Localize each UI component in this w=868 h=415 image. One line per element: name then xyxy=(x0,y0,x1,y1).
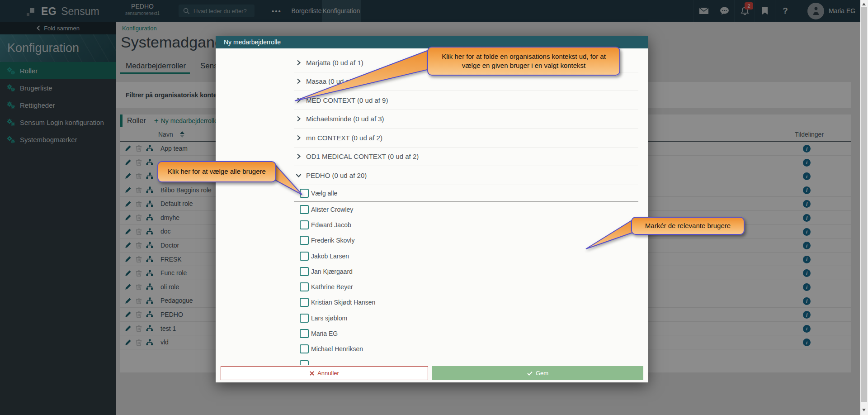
user-name-label: Maria EG xyxy=(311,330,338,337)
user-row: Frederik Skovly xyxy=(294,233,638,248)
user-name-label: Frederik Skovly xyxy=(311,237,354,244)
chevron-right-icon xyxy=(296,60,302,66)
scroll-up-arrow[interactable] xyxy=(862,3,866,5)
chevron-down-icon xyxy=(296,172,302,178)
select-all-checkbox[interactable] xyxy=(300,189,309,198)
user-checkbox[interactable] xyxy=(300,220,309,229)
callout-mark-users: Markér de relevante brugere xyxy=(631,217,745,235)
chevron-right-icon xyxy=(296,97,302,103)
user-row: Jakob Larsen xyxy=(294,248,638,263)
context-tree: Marjatta (0 ud af 1) Masaa (0 ud af 2) M… xyxy=(294,53,638,365)
chevron-right-icon xyxy=(296,153,302,159)
x-icon xyxy=(310,371,314,376)
chevron-right-icon xyxy=(296,78,302,84)
user-name-label: Alister Crowley xyxy=(311,206,353,213)
user-row: Kathrine Beyer xyxy=(294,279,638,295)
context-row-pedho[interactable]: PEDHO (0 ud af 20) xyxy=(294,166,638,185)
cancel-button[interactable]: Annuller xyxy=(221,366,428,380)
user-row: Maria EG xyxy=(294,326,638,341)
page-scrollbar[interactable] xyxy=(860,0,868,415)
user-row: Michael Henriksen xyxy=(294,341,638,357)
user-row-partial xyxy=(294,357,638,365)
user-name-label: Jan Kjærgaard xyxy=(311,268,353,275)
check-icon xyxy=(527,371,533,376)
user-name-label: Lars sjøblom xyxy=(311,315,347,322)
user-name-label: Kristian Skjødt Hansen xyxy=(311,299,375,306)
user-row: Alister Crowley xyxy=(294,202,638,217)
user-name-label: Jakob Larsen xyxy=(311,253,349,260)
callout-select-all: Klik her for at vælge alle brugere xyxy=(157,161,276,182)
context-row-od1-medical[interactable]: OD1 MEDICAL CONTEXT (0 ud af 2) xyxy=(294,148,638,167)
user-checkbox[interactable] xyxy=(300,252,309,261)
dialog-footer: Annuller Gem xyxy=(216,365,648,382)
user-checkbox[interactable] xyxy=(300,298,309,307)
user-checkbox[interactable] xyxy=(300,267,309,276)
context-row-mn-context[interactable]: mn CONTEXT (0 ud af 2) xyxy=(294,129,638,148)
user-row: Kristian Skjødt Hansen xyxy=(294,295,638,310)
user-row: Lars sjøblom xyxy=(294,310,638,326)
user-checkbox[interactable] xyxy=(300,205,309,214)
context-row-med-context[interactable]: MED CONTEXT (0 ud af 9) xyxy=(294,91,638,110)
user-checkbox[interactable] xyxy=(300,344,309,353)
user-row: Jan Kjærgaard xyxy=(294,264,638,279)
user-checkbox[interactable] xyxy=(300,236,309,245)
user-name-label: Edward Jacob xyxy=(311,221,351,229)
new-role-dialog: Ny medarbejderrolle Marjatta (0 ud af 1)… xyxy=(216,36,648,382)
user-checkbox[interactable] xyxy=(300,329,309,338)
scrollbar-thumb[interactable] xyxy=(861,7,867,402)
callout-expand-context: Klik her for at folde en organisations k… xyxy=(427,47,620,76)
scroll-down-arrow[interactable] xyxy=(862,409,866,411)
chevron-right-icon xyxy=(296,116,302,122)
save-button[interactable]: Gem xyxy=(432,366,643,380)
user-checkbox[interactable] xyxy=(300,360,309,365)
user-name-label: Michael Henriksen xyxy=(311,345,363,353)
select-all-row: Vælg alle xyxy=(294,185,638,202)
chevron-right-icon xyxy=(296,135,302,141)
dialog-body: Marjatta (0 ud af 1) Masaa (0 ud af 2) M… xyxy=(216,48,648,365)
user-row: Edward Jacob xyxy=(294,217,638,233)
user-checkbox[interactable] xyxy=(300,314,309,323)
user-name-label: Kathrine Beyer xyxy=(311,283,353,291)
user-checkbox[interactable] xyxy=(300,282,309,291)
context-row-michaelsminde[interactable]: Michaelsminde (0 ud af 3) xyxy=(294,110,638,129)
